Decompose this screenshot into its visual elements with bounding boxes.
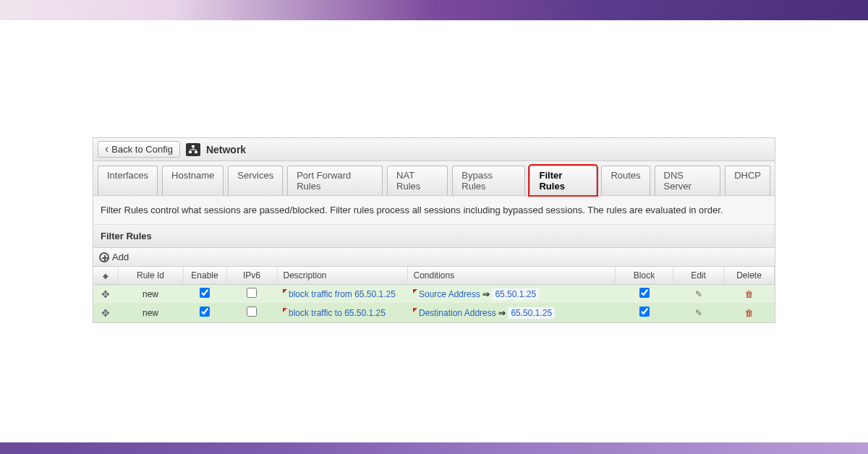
ipv6-checkbox[interactable] — [247, 307, 257, 317]
svg-rect-0 — [192, 145, 195, 147]
tab-bar: InterfacesHostnameServicesPort Forward R… — [93, 161, 775, 196]
table-row: ✥newblock traffic from 65.50.1.25Source … — [93, 285, 775, 304]
arrow-left-icon — [105, 144, 109, 155]
network-icon — [186, 143, 200, 156]
dirty-marker-icon — [283, 308, 287, 312]
dirty-marker-icon — [413, 289, 417, 294]
cell-rule-id: new — [118, 304, 183, 322]
tab-filter-rules[interactable]: Filter Rules — [529, 166, 597, 195]
dirty-marker-icon — [413, 308, 417, 312]
drag-handle-icon[interactable]: ✥ — [101, 307, 110, 319]
network-config-panel: Back to Config Network InterfacesHostnam… — [93, 137, 775, 323]
decorative-top-band — [0, 0, 868, 20]
delete-icon[interactable]: 🗑 — [745, 308, 754, 318]
drag-handle-icon[interactable]: ✥ — [101, 288, 110, 300]
block-checkbox[interactable] — [639, 307, 650, 317]
arrow-right-icon: ⇒ — [482, 289, 490, 299]
decorative-bottom-band — [0, 442, 868, 454]
tab-port-forward-rules[interactable]: Port Forward Rules — [287, 166, 383, 195]
tab-routes[interactable]: Routes — [601, 166, 650, 195]
back-to-config-button[interactable]: Back to Config — [98, 141, 180, 158]
tab-description: Filter Rules control what sessions are p… — [93, 196, 775, 225]
col-enable[interactable]: Enable — [183, 267, 226, 285]
condition-value[interactable]: 65.50.1.25 — [508, 307, 555, 319]
enable-checkbox[interactable] — [200, 288, 210, 298]
col-edit[interactable]: Edit — [673, 267, 724, 285]
page-title: Network — [206, 144, 246, 155]
sort-icon: ◆ — [103, 272, 109, 280]
condition-label[interactable]: Source Address — [419, 289, 480, 299]
tab-dhcp[interactable]: DHCP — [725, 166, 770, 195]
enable-checkbox[interactable] — [200, 307, 210, 317]
tab-interfaces[interactable]: Interfaces — [98, 166, 158, 195]
tab-services[interactable]: Services — [228, 166, 283, 195]
block-checkbox[interactable] — [639, 288, 650, 298]
svg-rect-1 — [189, 151, 192, 153]
delete-icon[interactable]: 🗑 — [745, 289, 754, 299]
svg-rect-2 — [195, 151, 197, 153]
edit-icon[interactable]: ✎ — [695, 308, 702, 318]
col-description[interactable]: Description — [277, 267, 407, 285]
tab-hostname[interactable]: Hostname — [162, 166, 224, 195]
table-header-row: ◆ Rule Id Enable IPv6 Description Condit… — [93, 267, 775, 285]
back-label: Back to Config — [111, 144, 173, 155]
col-rule-id[interactable]: Rule Id — [118, 267, 183, 285]
table-row: ✥newblock traffic to 65.50.1.25Destinati… — [93, 304, 775, 322]
rules-table: ◆ Rule Id Enable IPv6 Description Condit… — [93, 267, 775, 322]
arrow-right-icon: ⇒ — [498, 308, 506, 318]
condition-label[interactable]: Destination Address — [419, 308, 496, 318]
plus-circle-icon — [99, 252, 109, 262]
add-button[interactable]: Add — [93, 248, 775, 267]
edit-icon[interactable]: ✎ — [695, 289, 702, 299]
dirty-marker-icon — [283, 289, 287, 294]
col-conditions[interactable]: Conditions — [407, 267, 616, 285]
col-ipv6[interactable]: IPv6 — [226, 267, 277, 285]
col-block[interactable]: Block — [616, 267, 673, 285]
condition-value[interactable]: 65.50.1.25 — [492, 288, 539, 300]
section-title: Filter Rules — [93, 225, 775, 248]
toolbar: Back to Config Network — [93, 138, 775, 161]
tab-dns-server[interactable]: DNS Server — [655, 166, 721, 195]
tab-nat-rules[interactable]: NAT Rules — [387, 166, 448, 195]
col-sort[interactable]: ◆ — [93, 267, 118, 285]
tab-bypass-rules[interactable]: Bypass Rules — [452, 166, 525, 195]
cell-description[interactable]: block traffic from 65.50.1.25 — [289, 289, 396, 299]
ipv6-checkbox[interactable] — [247, 288, 257, 298]
cell-rule-id: new — [118, 285, 183, 304]
col-delete[interactable]: Delete — [724, 267, 775, 285]
cell-description[interactable]: block traffic to 65.50.1.25 — [289, 308, 386, 318]
add-label: Add — [112, 252, 129, 262]
